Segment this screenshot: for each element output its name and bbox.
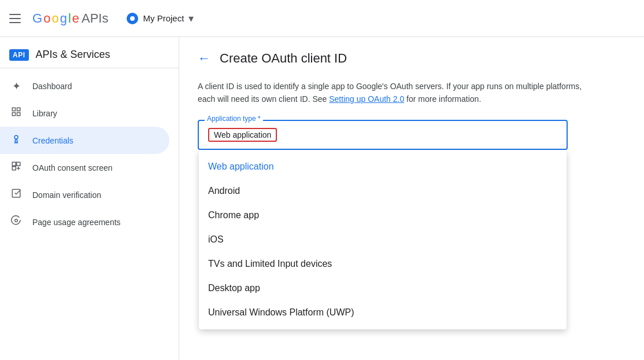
- dropdown-item-uwp[interactable]: Universal Windows Platform (UWP): [199, 300, 567, 325]
- svg-rect-1: [17, 108, 20, 111]
- sidebar-label-page-usage: Page usage agreements: [32, 218, 121, 227]
- svg-point-12: [15, 219, 18, 222]
- back-header: ← Create OAuth client ID: [198, 51, 626, 66]
- project-name: My Project: [143, 13, 184, 23]
- description-text: A client ID is used to identify a single…: [198, 80, 591, 106]
- svg-rect-2: [12, 113, 15, 116]
- sidebar: API APIs & Services ✦ Dashboard Library …: [0, 37, 179, 360]
- sidebar-label-library: Library: [32, 109, 57, 118]
- page-title: Create OAuth client ID: [220, 51, 347, 66]
- menu-icon[interactable]: [9, 12, 23, 25]
- sidebar-item-domain-verification[interactable]: Domain verification: [0, 181, 169, 208]
- dropdown-item-desktop-app[interactable]: Desktop app: [199, 276, 567, 300]
- oauth-setup-link[interactable]: Setting up OAuth 2.0: [329, 94, 404, 104]
- sidebar-item-oauth-consent[interactable]: OAuth consent screen: [0, 154, 169, 181]
- dropdown-item-web-application[interactable]: Web application: [199, 155, 567, 179]
- field-label-text: Application type: [207, 115, 256, 123]
- sidebar-label-dashboard: Dashboard: [32, 82, 72, 91]
- sidebar-item-page-usage[interactable]: Page usage agreements: [0, 208, 169, 236]
- domain-verification-icon: [9, 188, 23, 201]
- credentials-icon: [9, 134, 23, 147]
- sidebar-title: APIs & Services: [36, 49, 110, 61]
- svg-rect-6: [12, 162, 16, 166]
- application-type-form: Application type * Web application Web a…: [198, 120, 568, 150]
- svg-rect-3: [17, 113, 20, 116]
- project-selector[interactable]: My Project ▾: [122, 10, 198, 27]
- sidebar-item-dashboard[interactable]: ✦ Dashboard: [0, 73, 169, 100]
- field-label: Application type *: [205, 115, 263, 123]
- project-dot: [127, 13, 138, 24]
- sidebar-item-credentials[interactable]: Credentials: [0, 127, 169, 154]
- field-required-marker: *: [256, 115, 261, 123]
- google-logo: Google APIs: [32, 11, 108, 26]
- svg-rect-11: [12, 189, 20, 197]
- svg-point-4: [14, 135, 18, 139]
- sidebar-header: API APIs & Services: [0, 42, 179, 68]
- application-type-dropdown: Web application Android Chrome app iOS T…: [199, 150, 567, 329]
- svg-rect-8: [12, 167, 16, 170]
- svg-rect-0: [12, 108, 15, 111]
- sidebar-label-domain-verification: Domain verification: [32, 190, 101, 200]
- page-usage-icon: [9, 215, 23, 229]
- selected-value: Web application: [208, 128, 277, 142]
- topbar: Google APIs My Project ▾: [0, 0, 644, 37]
- select-selected-display: Web application: [208, 128, 557, 142]
- layout: API APIs & Services ✦ Dashboard Library …: [0, 37, 644, 360]
- sidebar-label-oauth-consent: OAuth consent screen: [32, 163, 113, 172]
- dashboard-icon: ✦: [9, 80, 23, 93]
- application-type-select[interactable]: Web application Web application Android …: [198, 120, 568, 150]
- description-after-link: for more information.: [404, 94, 481, 104]
- project-dropdown-arrow: ▾: [188, 12, 194, 25]
- sidebar-item-library[interactable]: Library: [0, 100, 169, 127]
- sidebar-label-credentials: Credentials: [32, 136, 73, 145]
- dropdown-item-android[interactable]: Android: [199, 179, 567, 203]
- dropdown-item-ios[interactable]: iOS: [199, 227, 567, 252]
- dropdown-item-tvs[interactable]: TVs and Limited Input devices: [199, 252, 567, 276]
- apis-text: APIs: [82, 11, 108, 26]
- svg-rect-7: [17, 162, 20, 166]
- oauth-consent-icon: [9, 161, 23, 174]
- api-badge: API: [9, 49, 29, 61]
- back-button[interactable]: ←: [198, 51, 210, 66]
- dropdown-item-chrome-app[interactable]: Chrome app: [199, 203, 567, 227]
- library-icon: [9, 106, 23, 120]
- main-content: ← Create OAuth client ID A client ID is …: [179, 37, 644, 360]
